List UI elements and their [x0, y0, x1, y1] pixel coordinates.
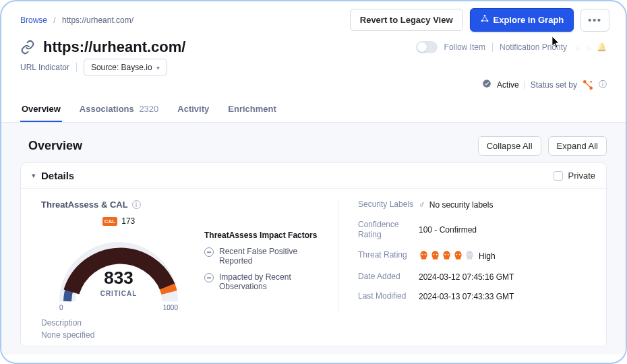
divider — [76, 63, 77, 72]
source-label: Source: Bayse.io — [91, 63, 152, 72]
follow-label: Follow Item — [444, 42, 485, 52]
skull-icon — [453, 250, 463, 262]
revert-legacy-button[interactable]: Revert to Legacy View — [350, 9, 463, 31]
divider — [525, 81, 525, 89]
bell-icon: ☼ — [574, 42, 581, 52]
impact-factor-item: Impacted by Recent Observations — [204, 272, 329, 291]
impact-factor-item: Recent False Positive Reported — [204, 247, 329, 266]
private-checkbox[interactable] — [554, 171, 563, 181]
check-circle-icon — [482, 79, 491, 90]
minus-circle-icon — [204, 273, 214, 282]
breadcrumb-root[interactable]: Browse — [20, 16, 47, 25]
threat-gauge: 833 CRITICAL 0 1000 — [51, 229, 186, 313]
private-label: Private — [568, 171, 595, 181]
follow-toggle[interactable] — [416, 41, 438, 53]
confidence-rating-value: 100 - Confirmed — [419, 220, 477, 241]
bell-icon: 🔔 — [597, 42, 607, 52]
security-labels-label: Security Labels — [358, 200, 419, 210]
chevron-down-icon: ▾ — [156, 64, 160, 71]
description-label: Description — [41, 318, 586, 328]
explore-graph-label: Explore in Graph — [494, 15, 564, 25]
skull-icon — [430, 250, 440, 262]
notification-priority-icons[interactable]: ☼ ☼ 🔔 — [574, 42, 607, 52]
ellipsis-icon — [588, 15, 602, 26]
status-active-label: Active — [497, 80, 519, 90]
threat-rating-value: High — [479, 251, 496, 261]
last-modified-value: 2024-03-13 07:43:33 GMT — [419, 291, 514, 302]
tab-overview[interactable]: Overview — [20, 97, 62, 122]
svg-point-2 — [486, 20, 488, 22]
minus-circle-icon — [204, 247, 214, 257]
caret-down-icon[interactable]: ▾ — [32, 171, 36, 180]
source-selector[interactable]: Source: Bayse.io ▾ — [84, 59, 167, 76]
tag-icon: ♂ — [419, 200, 425, 210]
gauge-score: 833 — [51, 268, 186, 289]
tabs: Overview Associations 2320 Activity Enri… — [1, 97, 626, 123]
page-title: https://urheant.com/ — [43, 38, 185, 56]
date-added-label: Date Added — [358, 272, 419, 282]
more-actions-button[interactable] — [580, 9, 609, 32]
info-icon[interactable] — [132, 200, 141, 209]
explore-graph-button[interactable]: Explore in Graph — [470, 8, 574, 32]
expand-all-button[interactable]: Expand All — [548, 136, 607, 156]
svg-point-6 — [590, 81, 592, 83]
skull-icon — [442, 250, 452, 262]
tab-enrichment[interactable]: Enrichment — [227, 97, 278, 122]
date-added-value: 2024-03-12 07:45:16 GMT — [419, 272, 514, 282]
security-labels-value: No security labels — [429, 200, 494, 210]
link-icon — [20, 40, 35, 55]
threat-rating-label: Threat Rating — [358, 250, 419, 262]
tab-associations-count: 2320 — [139, 104, 158, 114]
details-card: ▾ Details Private ThreatAssess & CAL CA — [20, 162, 607, 347]
tab-activity[interactable]: Activity — [176, 97, 210, 122]
svg-point-0 — [483, 15, 485, 17]
cal-value: 173 — [121, 216, 135, 226]
tab-associations-label: Associations — [80, 104, 134, 114]
svg-point-3 — [483, 80, 491, 88]
status-set-by-label: Status set by — [531, 80, 577, 90]
graph-icon — [480, 14, 489, 26]
tab-associations[interactable]: Associations 2320 — [78, 97, 160, 122]
description-value: None specified — [41, 330, 586, 340]
divider — [492, 42, 493, 52]
threatassess-heading: ThreatAssess & CAL — [41, 200, 128, 210]
confidence-rating-label: Confidence Rating — [358, 220, 419, 241]
impact-factors-heading: ThreatAssess Impact Factors — [204, 231, 329, 240]
info-icon[interactable]: ⓘ — [599, 79, 607, 90]
breadcrumb-separator: / — [53, 16, 55, 25]
impact-factor-text: Impacted by Recent Observations — [219, 272, 329, 291]
notification-priority-label: Notification Priority — [500, 42, 567, 52]
details-title: Details — [41, 170, 74, 181]
gauge-status: CRITICAL — [51, 290, 186, 297]
bell-icon: ☼ — [585, 42, 593, 52]
gauge-max: 1000 — [163, 304, 178, 311]
breadcrumb-current: https://urheant.com/ — [62, 16, 133, 25]
impact-factor-text: Recent False Positive Reported — [219, 247, 329, 266]
cal-badge-icon: CAL — [102, 217, 117, 226]
threat-rating-icons — [419, 250, 475, 262]
skull-icon — [465, 250, 475, 262]
svg-point-1 — [481, 20, 483, 22]
gauge-min: 0 — [59, 304, 63, 311]
last-modified-label: Last Modified — [358, 291, 419, 302]
breadcrumb: Browse / https://urheant.com/ — [20, 16, 133, 25]
section-heading: Overview — [28, 139, 82, 153]
skull-icon — [419, 250, 429, 262]
source-logo-icon — [583, 80, 593, 90]
collapse-all-button[interactable]: Collapse All — [478, 136, 541, 156]
indicator-type-label: URL Indicator — [20, 63, 69, 72]
